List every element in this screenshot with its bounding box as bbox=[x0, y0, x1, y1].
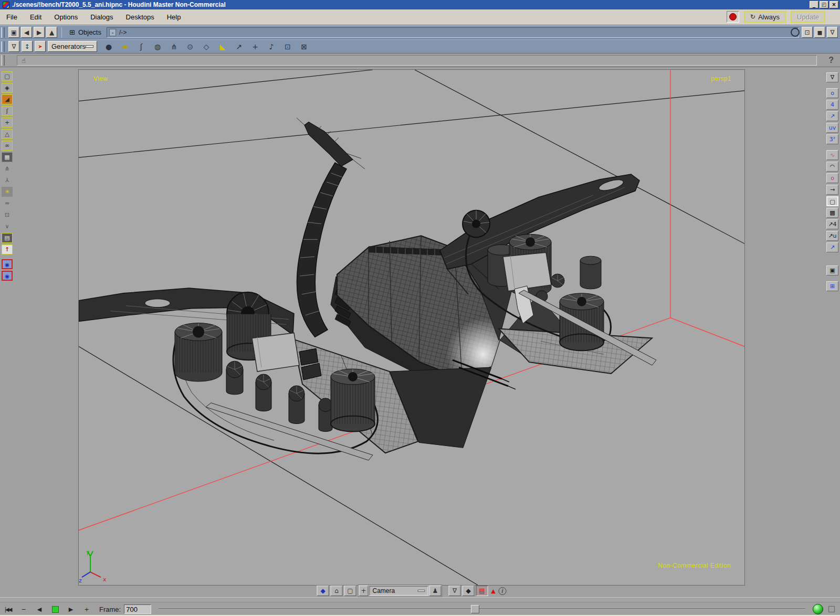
select-mode-button[interactable]: ∇ bbox=[8, 41, 19, 52]
bone-tool-icon[interactable]: ʃ bbox=[136, 43, 146, 51]
render-record-button[interactable] bbox=[727, 11, 739, 23]
menu-desktops[interactable]: Desktops bbox=[120, 11, 161, 23]
status-ball-icon[interactable] bbox=[813, 604, 823, 614]
update-button[interactable]: Update bbox=[791, 11, 825, 23]
menu-edit[interactable]: Edit bbox=[24, 11, 48, 23]
timeline-track[interactable] bbox=[159, 604, 805, 614]
up-arrow-icon[interactable]: ↑ bbox=[2, 245, 13, 254]
template-box-icon[interactable]: ▢ bbox=[826, 196, 838, 206]
camera-icon[interactable]: ◈ bbox=[2, 83, 13, 93]
light-icon[interactable]: ◢ bbox=[2, 94, 13, 104]
link-ops-button[interactable]: ⊡ bbox=[802, 27, 813, 38]
prims-mode-icon[interactable]: 4 bbox=[826, 100, 838, 110]
toolbar-grip[interactable] bbox=[1, 27, 5, 38]
menu-file[interactable]: File bbox=[0, 11, 24, 23]
toolbar-grip2[interactable] bbox=[1, 41, 5, 52]
uv-mode-icon[interactable]: uv bbox=[826, 123, 838, 133]
null-plus-icon[interactable]: + bbox=[250, 43, 260, 51]
quad-view-icon[interactable]: ⊞ bbox=[826, 281, 838, 291]
play-forward-button[interactable]: ▶ bbox=[66, 604, 76, 614]
network-nodes-icon[interactable]: ⋔ bbox=[169, 43, 179, 51]
find-node-icon[interactable]: ⊙ bbox=[185, 43, 195, 51]
curve-tool-icon[interactable]: ∿ bbox=[826, 150, 838, 160]
network-path-field[interactable]: ⌄ /-> bbox=[107, 27, 799, 38]
home-view-button[interactable]: ⌂ bbox=[331, 586, 343, 596]
look-through-button[interactable]: ♟ bbox=[429, 586, 442, 596]
comb-icon[interactable]: ▦ bbox=[2, 152, 13, 162]
camera-select[interactable]: Camera bbox=[370, 586, 428, 596]
metaball-icon[interactable]: ∞ bbox=[2, 141, 13, 151]
info-icon[interactable]: i bbox=[499, 587, 507, 595]
edges-mode-icon[interactable]: ↗ bbox=[826, 111, 838, 121]
frame-view-button[interactable]: ▢ bbox=[344, 586, 356, 596]
select-funnel-icon[interactable]: ∇ bbox=[826, 72, 838, 82]
play-reverse-button[interactable]: ◀ bbox=[34, 604, 45, 614]
boxed-node1-icon[interactable]: ⊡ bbox=[282, 43, 293, 51]
shape-tool-icon[interactable]: → bbox=[826, 185, 838, 195]
minimize-button[interactable]: _ bbox=[810, 1, 818, 8]
blend-icon[interactable]: △ bbox=[2, 129, 13, 139]
menu-options[interactable]: Options bbox=[48, 11, 84, 23]
boxed-node2-icon[interactable]: ⊠ bbox=[299, 43, 309, 51]
always-update-button[interactable]: ↻ Always bbox=[744, 11, 786, 23]
op-display-button[interactable]: ▣ bbox=[8, 27, 19, 38]
up-level-button[interactable]: ▲ bbox=[46, 27, 57, 38]
points-mode-icon[interactable]: o bbox=[826, 88, 838, 98]
close-button[interactable]: × bbox=[830, 1, 838, 8]
stop-button[interactable] bbox=[50, 604, 60, 614]
flame-performance-icon[interactable]: ▲ bbox=[490, 588, 497, 594]
transform-world-icon[interactable]: ↗ bbox=[826, 242, 838, 252]
spiral-icon[interactable]: ⊡ bbox=[2, 210, 13, 220]
network1-icon[interactable]: ⋔ bbox=[2, 164, 13, 174]
operation-grip[interactable] bbox=[1, 55, 5, 66]
forward-arrow-button[interactable]: ▶ bbox=[34, 27, 45, 38]
bone-icon[interactable]: ʃ bbox=[2, 106, 13, 116]
menu-help[interactable]: Help bbox=[161, 11, 187, 23]
help-button[interactable]: ? bbox=[828, 56, 834, 65]
wand-tool-icon[interactable]: ↗ bbox=[234, 43, 244, 51]
numbers-mode-icon[interactable]: 3² bbox=[826, 134, 838, 144]
transform4-icon[interactable]: ↗4 bbox=[826, 219, 838, 229]
network-type-label[interactable]: ⊞ Objects bbox=[66, 28, 104, 36]
shading-mode-button[interactable]: ◆ bbox=[463, 586, 475, 596]
solo-display-button[interactable]: ◼ bbox=[814, 27, 825, 38]
pattern-box-icon[interactable]: ▩ bbox=[826, 208, 838, 218]
transform-uv-icon[interactable]: ↗u bbox=[826, 231, 838, 241]
chevrons-icon[interactable]: ∨ bbox=[2, 221, 13, 231]
memory-square-icon[interactable] bbox=[828, 606, 835, 612]
frame-decrement-button[interactable]: − bbox=[18, 604, 29, 614]
paint-view1-icon[interactable]: ◉ bbox=[2, 259, 13, 269]
restore-button[interactable]: ◰ bbox=[820, 1, 828, 8]
timeline-handle[interactable] bbox=[471, 605, 479, 613]
spotlight-icon[interactable]: ◣ bbox=[217, 43, 228, 51]
surface-tool-icon[interactable]: ◠ bbox=[826, 162, 838, 172]
add-camera-button[interactable]: + bbox=[359, 586, 369, 596]
titlebar[interactable]: ./scenes/!bench/T2000_5.5_ani.hipnc - Ho… bbox=[0, 0, 840, 9]
keyboard-ui-button[interactable]: ▤ bbox=[476, 586, 488, 596]
paint-view2-icon[interactable]: ◉ bbox=[2, 271, 13, 281]
point-tool-icon[interactable]: o bbox=[826, 173, 838, 183]
subnet-tree-icon[interactable]: ≣ bbox=[120, 43, 130, 51]
audio-icon[interactable]: ♪ bbox=[266, 43, 277, 51]
sphere-tool-icon[interactable]: ● bbox=[103, 43, 114, 51]
sync-radio-icon[interactable] bbox=[791, 28, 800, 37]
network2-icon[interactable]: ⅄ bbox=[2, 175, 13, 185]
bundle-icon[interactable]: ▤ bbox=[2, 233, 13, 243]
generators-dropdown[interactable]: Generators bbox=[48, 41, 97, 52]
updown-button[interactable]: ↕ bbox=[22, 41, 33, 52]
geometry-icon[interactable]: ▢ bbox=[2, 71, 13, 81]
geometry-cube-icon[interactable]: ◇ bbox=[201, 43, 212, 51]
object-state-icon[interactable]: ▣ bbox=[826, 265, 838, 275]
persp-view-button[interactable]: ◆ bbox=[317, 586, 329, 596]
pointer-mode-button[interactable]: ➤ bbox=[35, 41, 46, 52]
frame-increment-button[interactable]: + bbox=[81, 604, 92, 614]
back-arrow-button[interactable]: ◀ bbox=[21, 27, 32, 38]
menu-dialogs[interactable]: Dialogs bbox=[84, 11, 119, 23]
go-to-start-button[interactable]: |◀◀ bbox=[3, 604, 13, 614]
select-funnel-button[interactable]: ∇ bbox=[449, 586, 461, 596]
lamp-tool-icon[interactable]: ◍ bbox=[152, 43, 163, 51]
null-icon[interactable]: + bbox=[2, 118, 13, 128]
viewport-3d[interactable]: View persp1 Non-Commercial Edition bbox=[79, 70, 744, 585]
equals-icon[interactable]: = bbox=[2, 198, 13, 208]
operation-field[interactable]: ☝ bbox=[17, 55, 817, 66]
